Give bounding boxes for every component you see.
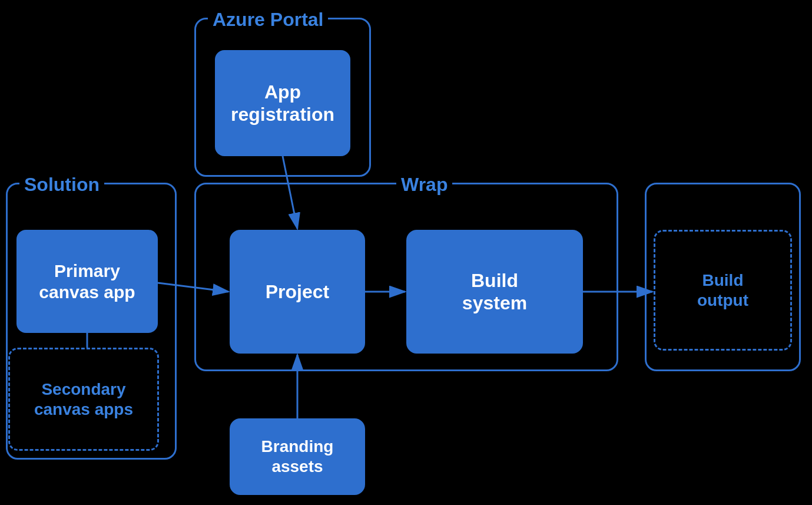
- app-registration-box: Appregistration: [215, 50, 350, 156]
- wrap-label: Wrap: [396, 174, 452, 196]
- solution-label: Solution: [19, 174, 104, 196]
- project-label: Project: [266, 280, 329, 303]
- app-registration-label: Appregistration: [231, 81, 334, 126]
- project-box: Project: [230, 230, 365, 354]
- primary-canvas-label: Primarycanvas app: [39, 260, 135, 303]
- secondary-canvas-label: Secondarycanvas apps: [34, 379, 133, 419]
- build-output-label: Buildoutput: [697, 270, 748, 310]
- azure-portal-label: Azure Portal: [208, 9, 328, 31]
- primary-canvas-box: Primarycanvas app: [16, 230, 158, 333]
- branding-assets-label: Brandingassets: [261, 437, 334, 476]
- secondary-canvas-box: Secondarycanvas apps: [8, 348, 159, 451]
- build-system-box: Buildsystem: [406, 230, 583, 354]
- build-output-box: Buildoutput: [654, 230, 792, 351]
- branding-assets-box: Brandingassets: [230, 418, 365, 495]
- build-system-label: Buildsystem: [462, 269, 527, 315]
- diagram-container: Azure Portal Appregistration Solution Pr…: [0, 0, 812, 505]
